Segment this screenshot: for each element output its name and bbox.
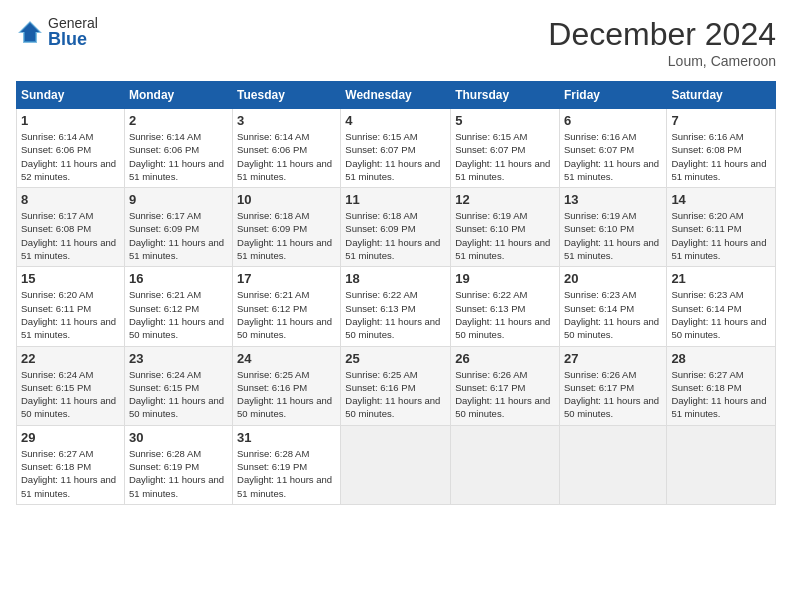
calendar-cell: 21Sunrise: 6:23 AMSunset: 6:14 PMDayligh… bbox=[667, 267, 776, 346]
day-info: Sunrise: 6:18 AMSunset: 6:09 PMDaylight:… bbox=[345, 210, 440, 261]
day-info: Sunrise: 6:21 AMSunset: 6:12 PMDaylight:… bbox=[129, 289, 224, 340]
day-number: 12 bbox=[455, 192, 555, 207]
column-header-sunday: Sunday bbox=[17, 82, 125, 109]
calendar-cell: 2Sunrise: 6:14 AMSunset: 6:06 PMDaylight… bbox=[124, 109, 232, 188]
day-number: 11 bbox=[345, 192, 446, 207]
day-number: 16 bbox=[129, 271, 228, 286]
day-number: 8 bbox=[21, 192, 120, 207]
day-info: Sunrise: 6:28 AMSunset: 6:19 PMDaylight:… bbox=[237, 448, 332, 499]
calendar-cell: 26Sunrise: 6:26 AMSunset: 6:17 PMDayligh… bbox=[451, 346, 560, 425]
day-number: 23 bbox=[129, 351, 228, 366]
day-number: 4 bbox=[345, 113, 446, 128]
day-info: Sunrise: 6:25 AMSunset: 6:16 PMDaylight:… bbox=[237, 369, 332, 420]
calendar-cell: 22Sunrise: 6:24 AMSunset: 6:15 PMDayligh… bbox=[17, 346, 125, 425]
logo-text: General Blue bbox=[48, 16, 98, 48]
logo-general-text: General bbox=[48, 16, 98, 30]
day-number: 19 bbox=[455, 271, 555, 286]
day-info: Sunrise: 6:14 AMSunset: 6:06 PMDaylight:… bbox=[129, 131, 224, 182]
day-info: Sunrise: 6:27 AMSunset: 6:18 PMDaylight:… bbox=[671, 369, 766, 420]
day-info: Sunrise: 6:24 AMSunset: 6:15 PMDaylight:… bbox=[129, 369, 224, 420]
calendar-cell: 1Sunrise: 6:14 AMSunset: 6:06 PMDaylight… bbox=[17, 109, 125, 188]
month-title: December 2024 bbox=[548, 16, 776, 53]
calendar-cell: 30Sunrise: 6:28 AMSunset: 6:19 PMDayligh… bbox=[124, 425, 232, 504]
calendar-cell: 14Sunrise: 6:20 AMSunset: 6:11 PMDayligh… bbox=[667, 188, 776, 267]
day-number: 3 bbox=[237, 113, 336, 128]
day-number: 10 bbox=[237, 192, 336, 207]
day-info: Sunrise: 6:16 AMSunset: 6:07 PMDaylight:… bbox=[564, 131, 659, 182]
day-info: Sunrise: 6:22 AMSunset: 6:13 PMDaylight:… bbox=[455, 289, 550, 340]
day-number: 7 bbox=[671, 113, 771, 128]
calendar-cell: 25Sunrise: 6:25 AMSunset: 6:16 PMDayligh… bbox=[341, 346, 451, 425]
column-header-wednesday: Wednesday bbox=[341, 82, 451, 109]
day-number: 2 bbox=[129, 113, 228, 128]
calendar-week-row: 22Sunrise: 6:24 AMSunset: 6:15 PMDayligh… bbox=[17, 346, 776, 425]
calendar-cell: 8Sunrise: 6:17 AMSunset: 6:08 PMDaylight… bbox=[17, 188, 125, 267]
day-number: 13 bbox=[564, 192, 662, 207]
day-info: Sunrise: 6:27 AMSunset: 6:18 PMDaylight:… bbox=[21, 448, 116, 499]
logo-blue-text: Blue bbox=[48, 30, 98, 48]
day-number: 17 bbox=[237, 271, 336, 286]
calendar-cell: 19Sunrise: 6:22 AMSunset: 6:13 PMDayligh… bbox=[451, 267, 560, 346]
day-number: 9 bbox=[129, 192, 228, 207]
day-number: 28 bbox=[671, 351, 771, 366]
calendar-cell: 31Sunrise: 6:28 AMSunset: 6:19 PMDayligh… bbox=[233, 425, 341, 504]
calendar-cell bbox=[341, 425, 451, 504]
day-number: 5 bbox=[455, 113, 555, 128]
day-number: 20 bbox=[564, 271, 662, 286]
day-number: 22 bbox=[21, 351, 120, 366]
day-number: 18 bbox=[345, 271, 446, 286]
day-info: Sunrise: 6:24 AMSunset: 6:15 PMDaylight:… bbox=[21, 369, 116, 420]
day-number: 21 bbox=[671, 271, 771, 286]
calendar-cell: 16Sunrise: 6:21 AMSunset: 6:12 PMDayligh… bbox=[124, 267, 232, 346]
day-info: Sunrise: 6:23 AMSunset: 6:14 PMDaylight:… bbox=[564, 289, 659, 340]
day-number: 26 bbox=[455, 351, 555, 366]
column-header-friday: Friday bbox=[559, 82, 666, 109]
calendar-cell: 6Sunrise: 6:16 AMSunset: 6:07 PMDaylight… bbox=[559, 109, 666, 188]
day-info: Sunrise: 6:15 AMSunset: 6:07 PMDaylight:… bbox=[345, 131, 440, 182]
calendar-cell: 9Sunrise: 6:17 AMSunset: 6:09 PMDaylight… bbox=[124, 188, 232, 267]
day-number: 15 bbox=[21, 271, 120, 286]
logo-icon bbox=[16, 18, 44, 46]
day-info: Sunrise: 6:18 AMSunset: 6:09 PMDaylight:… bbox=[237, 210, 332, 261]
day-number: 30 bbox=[129, 430, 228, 445]
calendar-cell bbox=[559, 425, 666, 504]
day-info: Sunrise: 6:14 AMSunset: 6:06 PMDaylight:… bbox=[237, 131, 332, 182]
calendar-cell: 15Sunrise: 6:20 AMSunset: 6:11 PMDayligh… bbox=[17, 267, 125, 346]
day-info: Sunrise: 6:19 AMSunset: 6:10 PMDaylight:… bbox=[455, 210, 550, 261]
page-header: General Blue December 2024 Loum, Cameroo… bbox=[16, 16, 776, 69]
day-info: Sunrise: 6:14 AMSunset: 6:06 PMDaylight:… bbox=[21, 131, 116, 182]
day-number: 1 bbox=[21, 113, 120, 128]
calendar-cell: 12Sunrise: 6:19 AMSunset: 6:10 PMDayligh… bbox=[451, 188, 560, 267]
location: Loum, Cameroon bbox=[548, 53, 776, 69]
day-info: Sunrise: 6:16 AMSunset: 6:08 PMDaylight:… bbox=[671, 131, 766, 182]
calendar-cell: 5Sunrise: 6:15 AMSunset: 6:07 PMDaylight… bbox=[451, 109, 560, 188]
day-info: Sunrise: 6:20 AMSunset: 6:11 PMDaylight:… bbox=[671, 210, 766, 261]
day-info: Sunrise: 6:17 AMSunset: 6:09 PMDaylight:… bbox=[129, 210, 224, 261]
day-info: Sunrise: 6:26 AMSunset: 6:17 PMDaylight:… bbox=[455, 369, 550, 420]
day-info: Sunrise: 6:28 AMSunset: 6:19 PMDaylight:… bbox=[129, 448, 224, 499]
day-number: 24 bbox=[237, 351, 336, 366]
logo: General Blue bbox=[16, 16, 98, 48]
calendar-cell: 18Sunrise: 6:22 AMSunset: 6:13 PMDayligh… bbox=[341, 267, 451, 346]
day-number: 31 bbox=[237, 430, 336, 445]
calendar-cell bbox=[451, 425, 560, 504]
calendar-cell: 13Sunrise: 6:19 AMSunset: 6:10 PMDayligh… bbox=[559, 188, 666, 267]
day-number: 27 bbox=[564, 351, 662, 366]
calendar-week-row: 8Sunrise: 6:17 AMSunset: 6:08 PMDaylight… bbox=[17, 188, 776, 267]
day-info: Sunrise: 6:25 AMSunset: 6:16 PMDaylight:… bbox=[345, 369, 440, 420]
column-header-tuesday: Tuesday bbox=[233, 82, 341, 109]
day-info: Sunrise: 6:19 AMSunset: 6:10 PMDaylight:… bbox=[564, 210, 659, 261]
column-header-saturday: Saturday bbox=[667, 82, 776, 109]
day-info: Sunrise: 6:26 AMSunset: 6:17 PMDaylight:… bbox=[564, 369, 659, 420]
day-info: Sunrise: 6:20 AMSunset: 6:11 PMDaylight:… bbox=[21, 289, 116, 340]
calendar-cell: 10Sunrise: 6:18 AMSunset: 6:09 PMDayligh… bbox=[233, 188, 341, 267]
calendar-header-row: SundayMondayTuesdayWednesdayThursdayFrid… bbox=[17, 82, 776, 109]
day-info: Sunrise: 6:23 AMSunset: 6:14 PMDaylight:… bbox=[671, 289, 766, 340]
day-info: Sunrise: 6:17 AMSunset: 6:08 PMDaylight:… bbox=[21, 210, 116, 261]
day-info: Sunrise: 6:22 AMSunset: 6:13 PMDaylight:… bbox=[345, 289, 440, 340]
calendar-week-row: 29Sunrise: 6:27 AMSunset: 6:18 PMDayligh… bbox=[17, 425, 776, 504]
day-number: 25 bbox=[345, 351, 446, 366]
calendar-cell: 20Sunrise: 6:23 AMSunset: 6:14 PMDayligh… bbox=[559, 267, 666, 346]
day-number: 29 bbox=[21, 430, 120, 445]
calendar-week-row: 1Sunrise: 6:14 AMSunset: 6:06 PMDaylight… bbox=[17, 109, 776, 188]
